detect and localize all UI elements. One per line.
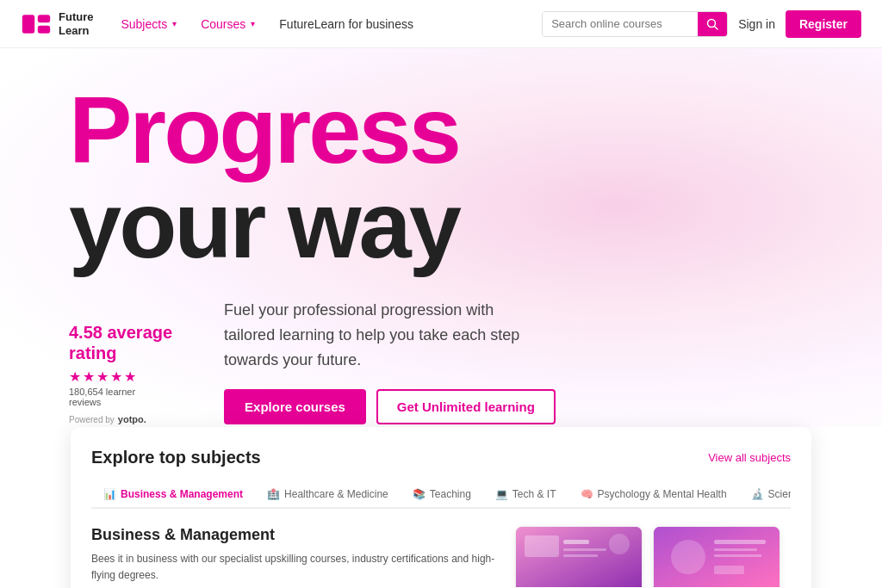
svg-rect-7 (563, 540, 589, 544)
stars-display: ★ ★ ★ ★ ★ (69, 368, 172, 385)
svg-point-12 (671, 540, 705, 574)
svg-rect-14 (714, 548, 757, 551)
svg-line-4 (715, 26, 718, 29)
nav-courses[interactable]: Courses ▾ (201, 17, 255, 31)
svg-rect-13 (714, 540, 766, 544)
subjects-tabs: 📊 Business & Management 🏥 Healthcare & M… (91, 481, 791, 509)
svg-rect-16 (714, 566, 744, 574)
subjects-header: Explore top subjects View all subjects (91, 448, 791, 467)
nav-right: Sign in Register (542, 10, 861, 38)
tech-icon: 💻 (495, 488, 508, 500)
tab-psychology[interactable]: 🧠 Psychology & Mental Health (568, 481, 739, 509)
star-4: ★ (110, 368, 122, 385)
subjects-card: Explore top subjects View all subjects 📊… (71, 427, 811, 588)
tab-healthcare[interactable]: 🏥 Healthcare & Medicine (255, 481, 401, 509)
subjects-chevron-icon: ▾ (172, 19, 177, 28)
svg-rect-8 (563, 548, 606, 551)
subjects-content: Business & Management Bees it in busines… (91, 526, 791, 588)
hero-title: Progress your way (0, 48, 882, 272)
search-icon (706, 18, 718, 30)
tab-science[interactable]: 🔬 Science, Engineering & Maths (739, 481, 791, 509)
subjects-title: Explore top subjects (91, 448, 261, 467)
powered-by: Powered by yotpo. (69, 414, 172, 424)
tab-tech-it[interactable]: 💻 Tech & IT (483, 481, 568, 509)
tab-teaching[interactable]: 📚 Teaching (401, 481, 483, 509)
main-nav: FutureLearn Subjects ▾ Courses ▾ FutureL… (0, 0, 882, 48)
nav-links: Subjects ▾ Courses ▾ FutureLearn for bus… (121, 17, 542, 31)
search-box (542, 11, 728, 37)
healthcare-icon: 🏥 (267, 488, 280, 500)
nav-subjects[interactable]: Subjects ▾ (121, 17, 177, 31)
svg-rect-6 (525, 535, 559, 557)
svg-rect-0 (22, 15, 34, 34)
hero-desc-text: Fuel your professional progression with … (224, 298, 534, 372)
hero-section: Progress your way 4.58 average rating ★ … (0, 48, 882, 444)
science-icon: 🔬 (751, 488, 764, 500)
course-card-2: Business & Management Communication and … (653, 526, 780, 588)
hero-rating: 4.58 average rating ★ ★ ★ ★ ★ 180,654 le… (69, 322, 172, 424)
subject-category-title: Business & Management (91, 526, 498, 544)
hero-description: Fuel your professional progression with … (224, 298, 813, 424)
hero-content: Progress your way 4.58 average rating ★ … (0, 48, 882, 444)
hero-title-yourway: your way (69, 177, 813, 272)
hero-bottom: 4.58 average rating ★ ★ ★ ★ ★ 180,654 le… (0, 281, 882, 442)
svg-rect-15 (714, 554, 761, 557)
course-card-2-image (654, 527, 780, 587)
rating-value: 4.58 average rating (69, 322, 172, 363)
rating-count: 180,654 learner reviews (69, 387, 172, 407)
svg-point-10 (609, 534, 630, 554)
logo-text: FutureLearn (59, 10, 93, 37)
subject-course-cards: Business & Management Foundations of Pro… (515, 526, 791, 588)
course-card-1-image (516, 527, 642, 587)
star-2: ★ (83, 368, 95, 385)
subject-description: Bees it in business with our specialist … (91, 551, 498, 584)
hero-buttons: Explore courses Get Unlimited learning (224, 389, 813, 424)
courses-chevron-icon: ▾ (251, 19, 255, 28)
star-1: ★ (69, 368, 81, 385)
nav-business[interactable]: FutureLearn for business (279, 17, 413, 31)
explore-courses-button[interactable]: Explore courses (224, 389, 366, 424)
course-card-1: Business & Management Foundations of Pro… (515, 526, 643, 588)
register-button[interactable]: Register (786, 10, 861, 38)
business-icon: 📊 (103, 488, 116, 500)
unlimited-learning-button[interactable]: Get Unlimited learning (376, 389, 556, 424)
svg-rect-9 (563, 554, 598, 557)
teaching-icon: 📚 (413, 488, 425, 500)
search-button[interactable] (698, 12, 727, 36)
psychology-icon: 🧠 (581, 488, 593, 500)
star-5: ★ (124, 368, 136, 385)
logo[interactable]: FutureLearn (21, 9, 93, 40)
subject-detail-left: Business & Management Bees it in busines… (91, 526, 498, 588)
svg-rect-1 (38, 15, 50, 22)
hero-title-progress: Progress (69, 83, 813, 177)
yotpo-brand: yotpo. (118, 414, 146, 424)
search-input[interactable] (543, 12, 698, 35)
subjects-section: Explore top subjects View all subjects 📊… (0, 427, 882, 588)
svg-rect-2 (38, 25, 50, 33)
tab-business-management[interactable]: 📊 Business & Management (91, 481, 255, 509)
sign-in-link[interactable]: Sign in (738, 17, 775, 31)
star-3: ★ (96, 368, 109, 385)
view-all-subjects-link[interactable]: View all subjects (708, 451, 791, 464)
